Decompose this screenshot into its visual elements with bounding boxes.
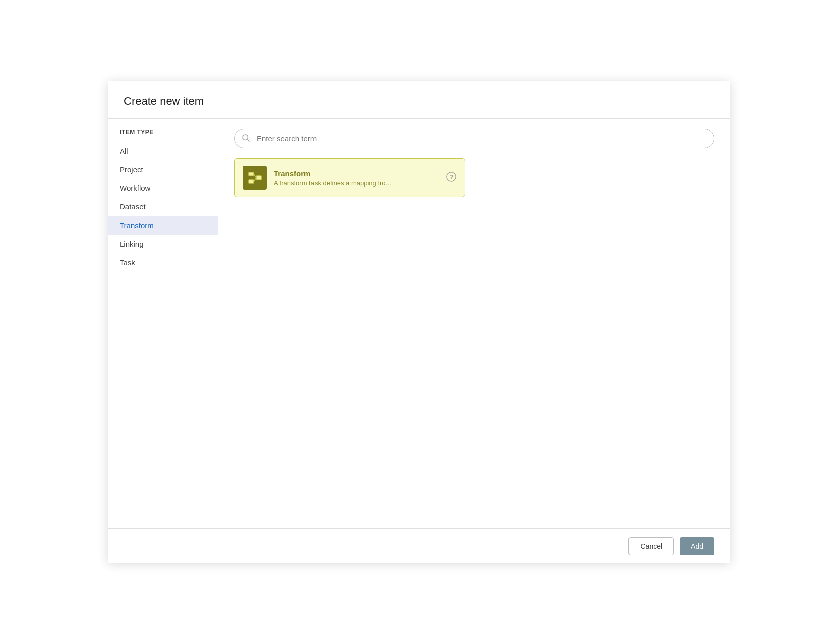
dialog-title: Create new item bbox=[124, 95, 714, 108]
dialog-body: ITEM TYPE All Project Workflow Dataset T… bbox=[108, 119, 730, 528]
sidebar-item-workflow[interactable]: Workflow bbox=[108, 179, 218, 197]
transform-card-icon bbox=[243, 166, 267, 190]
create-item-dialog: Create new item ITEM TYPE All Project Wo… bbox=[108, 81, 730, 563]
transform-card-text: Transform A transform task defines a map… bbox=[274, 169, 441, 187]
svg-line-6 bbox=[254, 178, 256, 182]
dialog-header: Create new item bbox=[108, 81, 730, 119]
help-icon[interactable]: ? bbox=[446, 171, 457, 184]
svg-rect-3 bbox=[249, 180, 254, 183]
sidebar-item-dataset[interactable]: Dataset bbox=[108, 197, 218, 216]
sidebar-item-all[interactable]: All bbox=[108, 142, 218, 160]
sidebar-item-project[interactable]: Project bbox=[108, 160, 218, 179]
search-bar bbox=[234, 129, 714, 148]
sidebar-item-task[interactable]: Task bbox=[108, 253, 218, 272]
items-grid: Transform A transform task defines a map… bbox=[234, 158, 714, 197]
dialog-footer: Cancel Add bbox=[108, 528, 730, 563]
svg-text:?: ? bbox=[450, 174, 453, 181]
sidebar-item-linking[interactable]: Linking bbox=[108, 235, 218, 253]
svg-rect-4 bbox=[256, 176, 261, 180]
transform-card-title: Transform bbox=[274, 169, 441, 178]
item-type-label: ITEM TYPE bbox=[108, 129, 218, 142]
sidebar-item-transform[interactable]: Transform bbox=[108, 216, 218, 235]
transform-card[interactable]: Transform A transform task defines a map… bbox=[234, 158, 465, 197]
search-input[interactable] bbox=[234, 129, 714, 148]
svg-line-5 bbox=[254, 174, 256, 178]
cancel-button[interactable]: Cancel bbox=[628, 537, 674, 555]
transform-card-description: A transform task defines a mapping fro… bbox=[274, 179, 441, 187]
svg-line-1 bbox=[247, 139, 249, 141]
svg-point-0 bbox=[243, 135, 248, 140]
svg-rect-2 bbox=[249, 172, 254, 176]
sidebar: ITEM TYPE All Project Workflow Dataset T… bbox=[108, 119, 218, 528]
content-area: Transform A transform task defines a map… bbox=[218, 119, 730, 528]
add-button[interactable]: Add bbox=[680, 537, 714, 555]
search-icon bbox=[241, 133, 250, 144]
